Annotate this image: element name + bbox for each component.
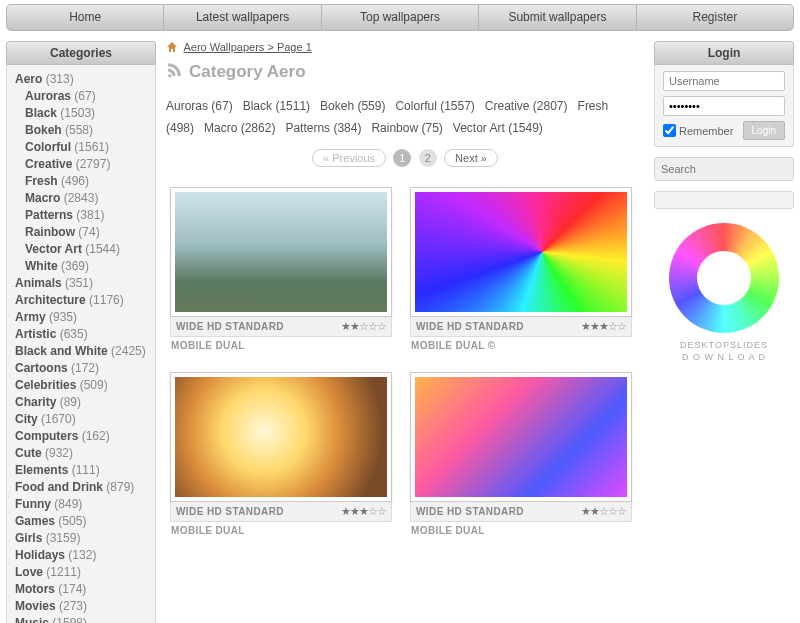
nav-submit-wallpapers[interactable]: Submit wallpapers <box>479 5 636 30</box>
top-nav: HomeLatest wallpapersTop wallpapersSubmi… <box>6 4 794 31</box>
categories-heading: Categories <box>6 41 156 65</box>
category-movies[interactable]: Movies <box>15 599 59 613</box>
download-logo[interactable]: DESKTOPSLIDES D O W N L O A D <box>654 223 794 363</box>
subcat-link[interactable]: Auroras (67) <box>166 99 233 113</box>
category-artistic[interactable]: Artistic <box>15 327 60 341</box>
category-rainbow[interactable]: Rainbow <box>25 225 78 239</box>
login-heading: Login <box>654 41 794 65</box>
password-input[interactable] <box>663 96 785 116</box>
nav-register[interactable]: Register <box>637 5 793 30</box>
category-computers[interactable]: Computers <box>15 429 82 443</box>
remember-label[interactable]: Remember <box>663 124 733 137</box>
subcat-link[interactable]: Patterns (384) <box>285 121 361 135</box>
subcat-link[interactable]: Macro (2862) <box>204 121 275 135</box>
rating-stars: ★★★☆☆ <box>341 505 386 518</box>
page-2[interactable]: 2 <box>419 149 437 167</box>
ad-placeholder <box>654 191 794 209</box>
category-charity[interactable]: Charity <box>15 395 60 409</box>
category-architecture[interactable]: Architecture <box>15 293 89 307</box>
subcat-link[interactable]: Rainbow (75) <box>371 121 442 135</box>
page-1[interactable]: 1 <box>393 149 411 167</box>
colorwheel-icon <box>669 223 779 333</box>
rss-icon[interactable] <box>166 61 183 83</box>
home-icon <box>166 41 178 55</box>
breadcrumb: Aero Wallpapers > Page 1 <box>166 41 644 55</box>
category-vector-art[interactable]: Vector Art <box>25 242 85 256</box>
login-button[interactable]: Login <box>743 121 785 140</box>
category-funny[interactable]: Funny <box>15 497 54 511</box>
subcat-link[interactable]: Creative (2807) <box>485 99 568 113</box>
username-input[interactable] <box>663 71 785 91</box>
subcat-link[interactable]: Colorful (1557) <box>395 99 474 113</box>
category-army[interactable]: Army <box>15 310 49 324</box>
remember-checkbox[interactable] <box>663 124 676 137</box>
category-auroras[interactable]: Auroras <box>25 89 74 103</box>
category-games[interactable]: Games <box>15 514 58 528</box>
category-bokeh[interactable]: Bokeh <box>25 123 65 137</box>
category-title: Category Aero <box>189 62 306 82</box>
nav-top-wallpapers[interactable]: Top wallpapers <box>322 5 479 30</box>
categories-list: Aero (313)Auroras (67)Black (1503)Bokeh … <box>6 65 156 623</box>
category-city[interactable]: City <box>15 412 41 426</box>
wallpaper-card[interactable]: WIDE HD STANDARD★★★☆☆MOBILE DUAL <box>170 372 392 539</box>
subcategory-row: Auroras (67)Black (1511)Bokeh (559)Color… <box>166 95 644 139</box>
category-black[interactable]: Black <box>25 106 60 120</box>
category-love[interactable]: Love <box>15 565 46 579</box>
prev-button: « Previous <box>312 149 386 167</box>
rating-stars: ★★★☆☆ <box>581 320 626 333</box>
subcat-link[interactable]: Bokeh (559) <box>320 99 385 113</box>
next-button[interactable]: Next » <box>444 149 498 167</box>
category-white[interactable]: White <box>25 259 61 273</box>
category-celebrities[interactable]: Celebrities <box>15 378 80 392</box>
category-animals[interactable]: Animals <box>15 276 65 290</box>
search-box <box>654 157 794 181</box>
pagination: « Previous 1 2 Next » <box>166 149 644 167</box>
nav-latest-wallpapers[interactable]: Latest wallpapers <box>164 5 321 30</box>
category-heading: Category Aero <box>166 61 644 83</box>
wallpaper-card[interactable]: WIDE HD STANDARD★★☆☆☆MOBILE DUAL <box>170 187 392 354</box>
category-music[interactable]: Music <box>15 616 52 623</box>
thumbnail-grid: WIDE HD STANDARD★★☆☆☆MOBILE DUALWIDE HD … <box>166 179 644 547</box>
subcat-link[interactable]: Vector Art (1549) <box>453 121 543 135</box>
category-aero[interactable]: Aero <box>15 72 46 86</box>
login-panel: Remember Login <box>654 65 794 147</box>
category-holidays[interactable]: Holidays <box>15 548 68 562</box>
subcat-link[interactable]: Black (1511) <box>243 99 310 113</box>
wallpaper-card[interactable]: WIDE HD STANDARD★★☆☆☆MOBILE DUAL <box>410 372 632 539</box>
category-cute[interactable]: Cute <box>15 446 45 460</box>
category-macro[interactable]: Macro <box>25 191 64 205</box>
category-fresh[interactable]: Fresh <box>25 174 61 188</box>
breadcrumb-link[interactable]: Aero Wallpapers > Page 1 <box>183 41 311 53</box>
rating-stars: ★★☆☆☆ <box>341 320 386 333</box>
category-colorful[interactable]: Colorful <box>25 140 74 154</box>
category-black-and-white[interactable]: Black and White <box>15 344 111 358</box>
rating-stars: ★★☆☆☆ <box>581 505 626 518</box>
category-elements[interactable]: Elements <box>15 463 72 477</box>
category-girls[interactable]: Girls <box>15 531 46 545</box>
category-motors[interactable]: Motors <box>15 582 58 596</box>
category-patterns[interactable]: Patterns <box>25 208 76 222</box>
nav-home[interactable]: Home <box>7 5 164 30</box>
search-input[interactable] <box>655 158 800 180</box>
category-cartoons[interactable]: Cartoons <box>15 361 71 375</box>
category-food-and-drink[interactable]: Food and Drink <box>15 480 106 494</box>
category-creative[interactable]: Creative <box>25 157 76 171</box>
wallpaper-card[interactable]: WIDE HD STANDARD★★★☆☆MOBILE DUAL © <box>410 187 632 354</box>
